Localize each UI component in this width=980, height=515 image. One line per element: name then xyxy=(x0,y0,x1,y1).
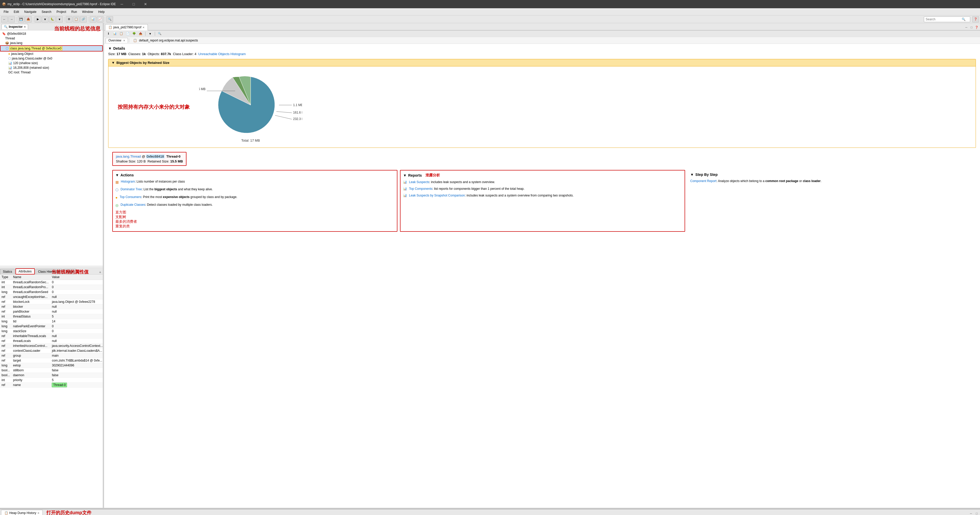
toolbar-btn1[interactable]: ⚙ xyxy=(66,16,72,22)
table-row[interactable]: refnameThread-0 xyxy=(0,383,103,388)
toolbar-btn2[interactable]: 📋 xyxy=(73,16,80,22)
table-row[interactable]: longtid14 xyxy=(0,319,103,324)
table-row[interactable]: intthreadLocalRandomPro...0 xyxy=(0,285,103,290)
duplicate-link[interactable]: Duplicate Classes xyxy=(121,203,145,207)
right-panel-minimize[interactable]: ─ xyxy=(964,25,969,30)
search-input[interactable] xyxy=(926,17,962,21)
tree-item-6[interactable]: ⬡ java.lang.ClassLoader @ 0x0 xyxy=(0,56,103,61)
toolbar-help[interactable]: ❓ xyxy=(972,16,979,22)
dominator-link[interactable]: Dominator Tree xyxy=(121,188,142,191)
consumers-link[interactable]: Top Consumers xyxy=(119,195,141,199)
tree-item-7[interactable]: 📊 120 (shallow size) xyxy=(0,61,103,65)
right-panel-maximize[interactable]: □ xyxy=(969,25,974,30)
toolbar-btn3[interactable]: 🔗 xyxy=(80,16,87,22)
attr-tab-statics[interactable]: Statics xyxy=(0,269,15,274)
tree-item-9[interactable]: GC root: Thread xyxy=(0,70,103,75)
tree-item-3[interactable]: 📦 java.lang xyxy=(0,41,103,45)
bottom-maximize-btn[interactable]: □ xyxy=(974,511,979,515)
tree-item-2[interactable]: Thread xyxy=(0,36,103,41)
table-row[interactable]: refuncaughtExceptionHan...null xyxy=(0,294,103,299)
toolbar-forward[interactable]: → xyxy=(8,16,15,22)
menu-search[interactable]: Search xyxy=(39,9,54,15)
attr-add-btn[interactable]: + xyxy=(98,270,103,274)
toolbar-back[interactable]: ← xyxy=(1,16,8,22)
table-row[interactable]: intpriority5 xyxy=(0,378,103,383)
heap-dump-history-tab[interactable]: 📋 Heap Dump History ✕ xyxy=(1,510,43,515)
reports-arrow[interactable]: ▼ xyxy=(403,173,407,177)
table-row[interactable]: longnativeParkEventPointer0 xyxy=(0,324,103,329)
heap-dump-icon: 📋 xyxy=(5,511,8,515)
right-search-btn[interactable]: 🔍 xyxy=(157,31,162,36)
tree-item-8[interactable]: 📊 16,206,808 (retained size) xyxy=(0,65,103,70)
obj-thread-link[interactable]: java.lang.Thread xyxy=(116,154,141,158)
toolbar-run[interactable]: ▶ xyxy=(35,16,41,22)
table-row[interactable]: longeetop3029021444096 xyxy=(0,363,103,368)
leak-comparison-link[interactable]: Leak Suspects by Snapshot Comparison xyxy=(409,194,465,197)
tree-item-4[interactable]: ⬡ class java.lang.Thread @ 0xfec6cce0 xyxy=(0,45,103,51)
top-components-link[interactable]: Top Components xyxy=(409,187,433,191)
menu-edit[interactable]: Edit xyxy=(11,9,22,15)
table-row[interactable]: bool...daemonfalse xyxy=(0,373,103,378)
menu-window[interactable]: Window xyxy=(80,9,96,15)
tree-item-5[interactable]: ● java.lang.Object xyxy=(0,51,103,56)
right-panel-help[interactable]: ❓ xyxy=(974,25,979,30)
right-info-btn[interactable]: ℹ xyxy=(106,31,111,36)
table-row[interactable]: refblockernull xyxy=(0,304,103,309)
toolbar-btn5[interactable]: 📈 xyxy=(97,16,103,22)
subtab-overview[interactable]: Overview ✕ xyxy=(106,38,128,43)
table-row[interactable]: intthreadLocalRandomSec...0 xyxy=(0,280,103,285)
table-row[interactable]: refthreadLocalsnull xyxy=(0,339,103,343)
table-row[interactable]: refcontextClassLoaderjdk.internal.loader… xyxy=(0,348,103,353)
right-dropdown-btn[interactable]: ▼ xyxy=(147,31,153,36)
menu-project[interactable]: Project xyxy=(54,9,68,15)
table-row[interactable]: refblockerLockjava.lang.Object @ 0xfeee2… xyxy=(0,299,103,304)
cell-value: null xyxy=(50,334,103,339)
maximize-button[interactable]: □ xyxy=(128,0,140,8)
histogram-link[interactable]: Histogram xyxy=(121,180,135,183)
toolbar-save-all[interactable]: 📥 xyxy=(25,16,32,22)
right-tree-btn[interactable]: 🌳 xyxy=(131,31,137,36)
menu-run[interactable]: Run xyxy=(69,9,80,15)
table-row[interactable]: refparkBlockernull xyxy=(0,309,103,314)
right-table-btn[interactable]: 📋 xyxy=(118,31,124,36)
hprof-tab-close[interactable]: ✕ xyxy=(142,26,145,29)
component-report-link[interactable]: Component Report xyxy=(690,179,716,183)
table-row[interactable]: refinheritableThreadLocalsnull xyxy=(0,334,103,339)
menu-file[interactable]: File xyxy=(1,9,11,15)
toolbar-save[interactable]: 💾 xyxy=(18,16,24,22)
toolbar-run-dropdown[interactable]: ▼ xyxy=(42,16,48,22)
subtab-suspects[interactable]: 📋 default_report org.eclipse.mat.api:sus… xyxy=(130,38,200,43)
biggest-objects-arrow[interactable]: ▼ xyxy=(111,61,115,65)
step-arrow[interactable]: ▼ xyxy=(690,173,694,176)
table-row[interactable]: longstackSize0 xyxy=(0,329,103,334)
toolbar-debug[interactable]: 🐛 xyxy=(49,16,56,22)
right-export-btn[interactable]: 📤 xyxy=(138,31,143,36)
table-row[interactable]: bool...stillbornfalse xyxy=(0,368,103,373)
heap-dump-close[interactable]: ✕ xyxy=(37,512,40,515)
table-row[interactable]: reftargetcom.zishi.Th$$Lambda$14 @ 0xfe.… xyxy=(0,358,103,363)
leak-suspects-link[interactable]: Leak Suspects xyxy=(409,180,430,184)
cell-value: false xyxy=(50,373,103,378)
hprof-tab[interactable]: 📋 java_pid27980.hprof ✕ xyxy=(105,24,148,30)
table-row[interactable]: longthreadLocalRandomSeed0 xyxy=(0,290,103,294)
minimize-button[interactable]: ─ xyxy=(116,0,128,8)
close-button[interactable]: ✕ xyxy=(140,0,151,8)
toolbar-search-btn[interactable]: 🔍 xyxy=(107,16,113,22)
unreachable-link[interactable]: Unreachable Objects Histogram xyxy=(198,52,246,56)
menu-navigate[interactable]: Navigate xyxy=(22,9,39,15)
inspector-close-icon[interactable]: ✕ xyxy=(24,25,26,28)
actions-arrow[interactable]: ▼ xyxy=(115,173,119,177)
attr-tab-attributes[interactable]: Attributes xyxy=(16,268,35,275)
table-row[interactable]: intthreadStatus5 xyxy=(0,314,103,319)
table-row[interactable]: refgroupmain xyxy=(0,353,103,358)
toolbar-debug-dropdown[interactable]: ▼ xyxy=(56,16,63,22)
right-list-btn[interactable]: 📄 xyxy=(125,31,130,36)
details-arrow[interactable]: ▼ xyxy=(108,46,112,51)
menu-help[interactable]: Help xyxy=(96,9,107,15)
right-chart-btn[interactable]: 📊 xyxy=(112,31,118,36)
inspector-tab[interactable]: 🔍 Inspector ✕ xyxy=(2,24,28,29)
bottom-minimize-btn[interactable]: ─ xyxy=(969,511,973,515)
subtab-overview-close[interactable]: ✕ xyxy=(123,39,125,42)
table-row[interactable]: refinheritedAccessControl...java.securit… xyxy=(0,343,103,348)
toolbar-btn4[interactable]: 📊 xyxy=(90,16,96,22)
